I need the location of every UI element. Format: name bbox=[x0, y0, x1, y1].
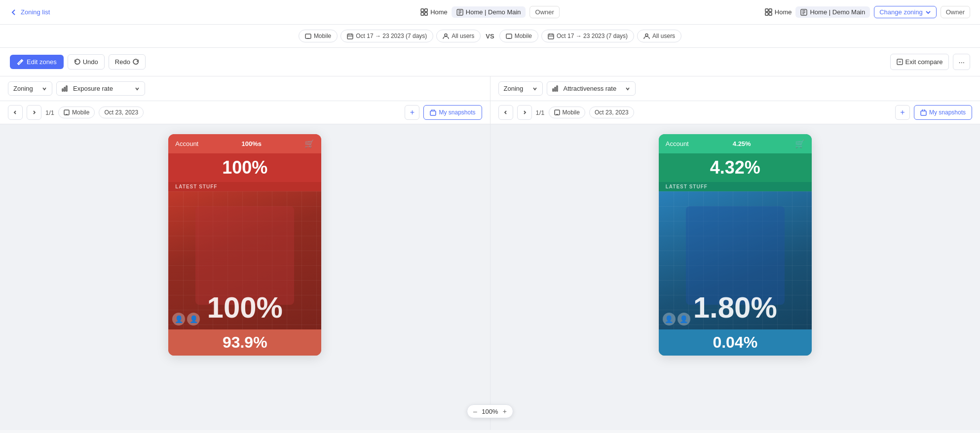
svg-rect-2 bbox=[421, 12, 424, 15]
left-panel: Zoning Exposure rate bbox=[0, 76, 490, 430]
filter-group-right: Mobile Oct 17 → 23 2023 (7 days) All use… bbox=[499, 30, 681, 42]
device-label-right: Mobile bbox=[515, 33, 532, 39]
left-latest-label: LATEST STUFF bbox=[168, 182, 321, 191]
filter-group-left: Mobile Oct 17 → 23 2023 (7 days) All use… bbox=[299, 30, 481, 42]
svg-rect-16 bbox=[305, 34, 311, 38]
svg-rect-40 bbox=[557, 86, 558, 91]
right-account-pct: 4.32% bbox=[659, 153, 812, 182]
svg-rect-23 bbox=[506, 34, 512, 38]
back-label: Zoning list bbox=[21, 8, 50, 16]
redo-button[interactable]: Redo bbox=[109, 54, 146, 70]
users-chip-right[interactable]: All users bbox=[637, 30, 681, 42]
svg-rect-43 bbox=[921, 111, 926, 115]
right-panel-toolbar-right: + My snapshots bbox=[895, 105, 972, 120]
breadcrumb-left[interactable]: Home | Demo Main bbox=[452, 6, 526, 18]
date-label-left: Oct 17 → 23 2023 (7 days) bbox=[356, 33, 427, 39]
left-panel-controls: Zoning Exposure rate bbox=[0, 76, 490, 101]
svg-rect-1 bbox=[425, 9, 428, 12]
edit-zones-button[interactable]: Edit zones bbox=[10, 55, 64, 69]
breadcrumb-right[interactable]: Home | Demo Main bbox=[795, 6, 870, 18]
left-panel-date: Oct 23, 2023 bbox=[99, 107, 144, 118]
right-bottom-pct: 0.04% bbox=[659, 329, 812, 356]
right-person-icons: 👤 👤 bbox=[663, 313, 690, 325]
svg-rect-33 bbox=[64, 87, 65, 91]
svg-rect-39 bbox=[555, 87, 556, 91]
home-label-left: Home bbox=[430, 8, 448, 16]
left-panel-snapshots[interactable]: My snapshots bbox=[423, 105, 482, 120]
change-zoning-button[interactable]: Change zoning bbox=[874, 6, 936, 18]
nav-right: Home Home | Demo Main Change zoning Owne… bbox=[765, 6, 970, 18]
right-account-header: Account 4.25% 🛒 bbox=[659, 134, 812, 153]
device-chip-right[interactable]: Mobile bbox=[499, 30, 538, 42]
right-panel-next[interactable] bbox=[517, 105, 532, 120]
left-panel-toolbar: 1/1 Mobile Oct 23, 2023 + My s bbox=[0, 101, 490, 124]
zoning-dropdown-left[interactable]: Zoning bbox=[8, 81, 52, 96]
svg-point-22 bbox=[445, 34, 447, 36]
svg-rect-8 bbox=[765, 9, 768, 12]
right-panel-snapshots[interactable]: My snapshots bbox=[914, 105, 972, 120]
filter-bar: Mobile Oct 17 → 23 2023 (7 days) All use… bbox=[0, 25, 980, 48]
owner-badge-left[interactable]: Owner bbox=[530, 6, 560, 18]
left-panel-prev[interactable] bbox=[8, 105, 23, 120]
svg-rect-9 bbox=[769, 9, 772, 12]
right-panel-date: Oct 23, 2023 bbox=[589, 107, 634, 118]
zoom-in-icon[interactable]: + bbox=[503, 407, 507, 415]
left-person-icons: 👤 👤 bbox=[172, 313, 200, 325]
date-label-right: Oct 17 → 23 2023 (7 days) bbox=[557, 33, 628, 39]
left-account-pct: 100% bbox=[168, 153, 321, 182]
date-chip-left[interactable]: Oct 17 → 23 2023 (7 days) bbox=[340, 30, 433, 42]
right-zone-image: 1.80% 👤 👤 bbox=[659, 191, 812, 329]
toolbar: Edit zones Undo Redo Exit compare ··· bbox=[0, 48, 980, 76]
zoning-dropdown-right[interactable]: Zoning bbox=[498, 81, 543, 96]
vs-label: VS bbox=[486, 33, 494, 40]
left-panel-page: 1/1 bbox=[45, 109, 54, 116]
top-nav: Zoning list Home Home | Demo Main Owner bbox=[0, 0, 980, 25]
undo-button[interactable]: Undo bbox=[68, 54, 105, 70]
person-icon-1: 👤 bbox=[172, 313, 185, 325]
svg-rect-18 bbox=[347, 34, 353, 39]
device-label-left: Mobile bbox=[314, 33, 331, 39]
right-panel-add[interactable]: + bbox=[895, 105, 910, 120]
exit-compare-button[interactable]: Exit compare bbox=[890, 54, 949, 70]
right-panel-prev[interactable] bbox=[498, 105, 513, 120]
users-chip-left[interactable]: All users bbox=[436, 30, 481, 42]
zoom-out-icon[interactable]: – bbox=[473, 407, 477, 415]
left-account-header: Account 100%s 🛒 bbox=[168, 134, 321, 153]
person-icon-2: 👤 bbox=[187, 313, 200, 325]
svg-rect-0 bbox=[421, 9, 424, 12]
svg-rect-11 bbox=[769, 12, 772, 15]
right-panel-toolbar: 1/1 Mobile Oct 23, 2023 + My s bbox=[490, 101, 980, 124]
back-button[interactable]: Zoning list bbox=[10, 8, 50, 16]
svg-rect-10 bbox=[765, 12, 768, 15]
person-icon-4: 👤 bbox=[678, 313, 690, 325]
zoom-control: – 100% + bbox=[467, 404, 513, 418]
home-button-left[interactable]: Home bbox=[420, 8, 448, 16]
more-button[interactable]: ··· bbox=[953, 54, 970, 70]
left-panel-toolbar-right: + My snapshots bbox=[405, 105, 482, 120]
svg-rect-37 bbox=[430, 111, 436, 115]
users-label-left: All users bbox=[452, 33, 474, 39]
metric-dropdown-left[interactable]: Exposure rate bbox=[56, 81, 145, 96]
svg-rect-38 bbox=[553, 89, 554, 91]
left-bottom-pct: 93.9% bbox=[168, 329, 321, 356]
home-label-right: Home bbox=[775, 8, 792, 16]
breadcrumb-label-right: Home | Demo Main bbox=[810, 8, 865, 16]
svg-rect-25 bbox=[548, 34, 554, 39]
left-panel-add[interactable]: + bbox=[405, 105, 419, 120]
left-panel-next[interactable] bbox=[27, 105, 41, 120]
svg-rect-32 bbox=[62, 89, 63, 91]
nav-center: Home Home | Demo Main Owner bbox=[420, 6, 560, 18]
svg-rect-34 bbox=[66, 86, 67, 91]
breadcrumb-label-left: Home | Demo Main bbox=[466, 8, 521, 16]
metric-dropdown-right[interactable]: Attractiveness rate bbox=[547, 81, 636, 96]
left-zone-image: 100% 👤 👤 bbox=[168, 191, 321, 329]
device-chip-left[interactable]: Mobile bbox=[299, 30, 338, 42]
right-panel-device: Mobile bbox=[549, 107, 585, 118]
svg-point-29 bbox=[645, 34, 648, 36]
owner-badge-right[interactable]: Owner bbox=[941, 6, 970, 18]
zoom-value: 100% bbox=[481, 408, 499, 415]
home-button-right[interactable]: Home bbox=[765, 8, 792, 16]
left-panel-content: Account 100%s 🛒 100% LATEST STUFF 100% 👤… bbox=[0, 124, 490, 430]
right-phone-screen: Account 4.25% 🛒 4.32% LATEST STUFF 1.80%… bbox=[659, 134, 812, 356]
date-chip-right[interactable]: Oct 17 → 23 2023 (7 days) bbox=[541, 30, 634, 42]
